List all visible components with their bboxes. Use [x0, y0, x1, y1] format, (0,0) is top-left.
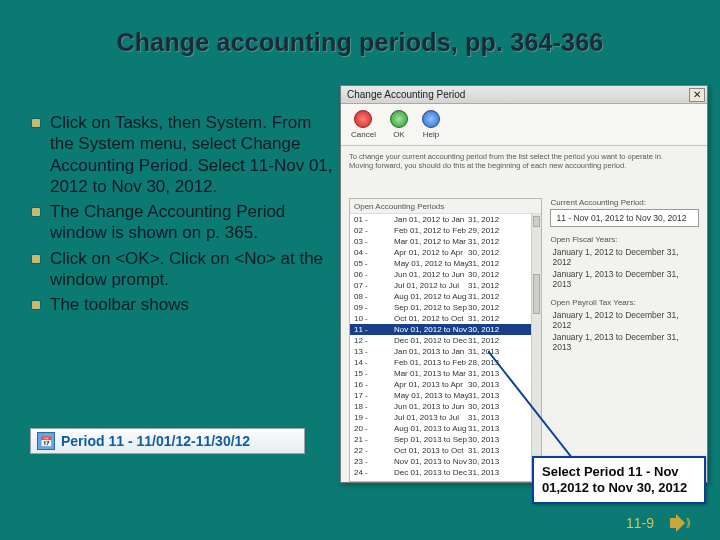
period-row[interactable]: 06 -Jun 01, 2012 to Jun30, 2012	[350, 269, 531, 280]
period-row[interactable]: 21 -Sep 01, 2013 to Sep30, 2013	[350, 434, 531, 445]
period-row[interactable]: 11 -Nov 01, 2012 to Nov30, 2012	[350, 324, 531, 335]
period-row[interactable]: 24 -Dec 01, 2013 to Dec31, 2013	[350, 467, 531, 478]
open-periods-panel: Open Accounting Periods 01 -Jan 01, 2012…	[349, 198, 542, 482]
slide-title: Change accounting periods, pp. 364-366	[70, 28, 650, 57]
payroll-year-2: January 1, 2013 to December 31, 2013	[550, 331, 699, 353]
bullet-list: Click on Tasks, then System. From the Sy…	[28, 112, 338, 319]
period-row[interactable]: 14 -Feb 01, 2013 to Feb28, 2013	[350, 357, 531, 368]
page-number: 11-9	[626, 515, 654, 531]
current-period-label: Current Accounting Period:	[550, 198, 699, 207]
list-item: Click on <OK>. Click on <No> at the wind…	[28, 248, 338, 291]
period-row[interactable]: 07 -Jul 01, 2012 to Jul31, 2012	[350, 280, 531, 291]
calendar-icon: 📅	[37, 432, 55, 450]
cancel-label: Cancel	[351, 130, 376, 139]
ok-button[interactable]: OK	[390, 110, 408, 139]
period-row[interactable]: 20 -Aug 01, 2013 to Aug31, 2013	[350, 423, 531, 434]
instruction-text: To change your current accounting period…	[349, 152, 699, 161]
fiscal-years-label: Open Fiscal Years:	[550, 235, 699, 244]
period-chip-text: Period 11 - 11/01/12-11/30/12	[61, 433, 250, 449]
period-row[interactable]: 02 -Feb 01, 2012 to Feb29, 2012	[350, 225, 531, 236]
close-icon[interactable]: ✕	[689, 88, 705, 102]
list-item: Click on Tasks, then System. From the Sy…	[28, 112, 338, 197]
period-row[interactable]: 16 -Apr 01, 2013 to Apr30, 2013	[350, 379, 531, 390]
help-label: Help	[423, 130, 439, 139]
payroll-years-label: Open Payroll Tax Years:	[550, 298, 699, 307]
window-title: Change Accounting Period	[347, 89, 465, 100]
period-row[interactable]: 23 -Nov 01, 2013 to Nov30, 2013	[350, 456, 531, 467]
current-period-value: 11 - Nov 01, 2012 to Nov 30, 2012	[550, 209, 699, 227]
period-toolbar-chip: 📅 Period 11 - 11/01/12-11/30/12	[30, 428, 305, 454]
period-row[interactable]: 01 -Jan 01, 2012 to Jan31, 2012	[350, 214, 531, 225]
help-icon	[422, 110, 440, 128]
instruction-text: Moving forward, you should do this at th…	[349, 161, 699, 170]
period-row[interactable]: 22 -Oct 01, 2013 to Oct31, 2013	[350, 445, 531, 456]
help-button[interactable]: Help	[422, 110, 440, 139]
period-row[interactable]: 13 -Jan 01, 2013 to Jan31, 2013	[350, 346, 531, 357]
period-row[interactable]: 15 -Mar 01, 2013 to Mar31, 2013	[350, 368, 531, 379]
footer: 11-9 ))	[626, 514, 692, 532]
period-row[interactable]: 17 -May 01, 2013 to May31, 2013	[350, 390, 531, 401]
list-item: The toolbar shows	[28, 294, 338, 315]
fiscal-year-2: January 1, 2013 to December 31, 2013	[550, 268, 699, 290]
window-toolbar: Cancel OK Help	[341, 104, 707, 146]
period-row[interactable]: 18 -Jun 01, 2013 to Jun30, 2013	[350, 401, 531, 412]
period-row[interactable]: 10 -Oct 01, 2012 to Oct31, 2012	[350, 313, 531, 324]
ok-icon	[390, 110, 408, 128]
period-row[interactable]: 04 -Apr 01, 2012 to Apr30, 2012	[350, 247, 531, 258]
period-row[interactable]: 19 -Jul 01, 2013 to Jul31, 2013	[350, 412, 531, 423]
period-row[interactable]: 12 -Dec 01, 2012 to Dec31, 2012	[350, 335, 531, 346]
payroll-year-1: January 1, 2012 to December 31, 2012	[550, 309, 699, 331]
summary-panel: Current Accounting Period: 11 - Nov 01, …	[548, 198, 707, 482]
scrollbar[interactable]	[531, 214, 541, 481]
callout: Select Period 11 - Nov 01,2012 to Nov 30…	[532, 456, 706, 505]
fiscal-year-1: January 1, 2012 to December 31, 2012	[550, 246, 699, 268]
cancel-button[interactable]: Cancel	[351, 110, 376, 139]
list-item: The Change Accounting Period window is s…	[28, 201, 338, 244]
period-row[interactable]: 09 -Sep 01, 2012 to Sep30, 2012	[350, 302, 531, 313]
window-titlebar: Change Accounting Period ✕	[341, 86, 707, 104]
period-row[interactable]: 05 -May 01, 2012 to May31, 2012	[350, 258, 531, 269]
cancel-icon	[354, 110, 372, 128]
period-row[interactable]: 08 -Aug 01, 2012 to Aug31, 2012	[350, 291, 531, 302]
change-accounting-period-window: Change Accounting Period ✕ Cancel OK Hel…	[340, 85, 708, 483]
period-row[interactable]: 03 -Mar 01, 2012 to Mar31, 2012	[350, 236, 531, 247]
window-instructions: To change your current accounting period…	[341, 146, 707, 198]
scroll-thumb[interactable]	[533, 274, 540, 314]
open-periods-header: Open Accounting Periods	[350, 199, 541, 214]
speaker-icon: ))	[670, 514, 692, 532]
period-list[interactable]: 01 -Jan 01, 2012 to Jan31, 201202 -Feb 0…	[350, 214, 531, 481]
ok-label: OK	[393, 130, 405, 139]
